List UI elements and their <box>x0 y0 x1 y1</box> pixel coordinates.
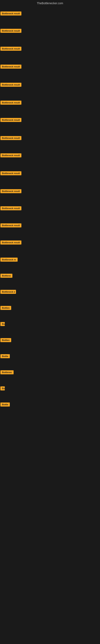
bottleneck-badge-2: Bottleneck result <box>0 29 21 33</box>
bottleneck-badge-21: Bottle <box>0 354 10 358</box>
bottleneck-badge-7: Bottleneck result <box>0 118 21 122</box>
bottleneck-badge-17: Bottleneck e <box>0 290 16 294</box>
bottleneck-badge-9: Bottleneck result <box>0 153 21 158</box>
bottleneck-badge-1: Bottleneck result <box>0 12 21 16</box>
bottleneck-badge-4: Bottleneck result <box>0 64 21 69</box>
bottleneck-badge-11: Bottleneck result <box>0 189 21 193</box>
bottleneck-badge-16: Bottlene <box>0 274 12 278</box>
bottleneck-badge-20: Bottlen <box>0 338 11 342</box>
bottleneck-badge-3: Bottleneck result <box>0 47 21 51</box>
bottleneck-badge-18: Bottlen <box>0 306 11 310</box>
bottleneck-badge-22: Bottlenec <box>0 370 14 374</box>
bottleneck-badge-24: Bottle <box>0 402 10 406</box>
bottleneck-badge-6: Bottleneck result <box>0 100 21 105</box>
bottleneck-badge-8: Bottleneck result <box>0 136 21 140</box>
bottleneck-badge-19: Bo <box>0 322 5 326</box>
bottleneck-badge-10: Bottleneck result <box>0 171 21 175</box>
bottleneck-badge-13: Bottleneck result <box>0 224 21 228</box>
bottleneck-badge-12: Bottleneck result <box>0 206 21 210</box>
bottleneck-badge-5: Bottleneck result <box>0 83 21 87</box>
bottleneck-badge-15: Bottleneck re <box>0 258 18 262</box>
bottleneck-badge-14: Bottleneck result <box>0 240 21 244</box>
bottleneck-badge-23: Bo <box>0 386 5 390</box>
